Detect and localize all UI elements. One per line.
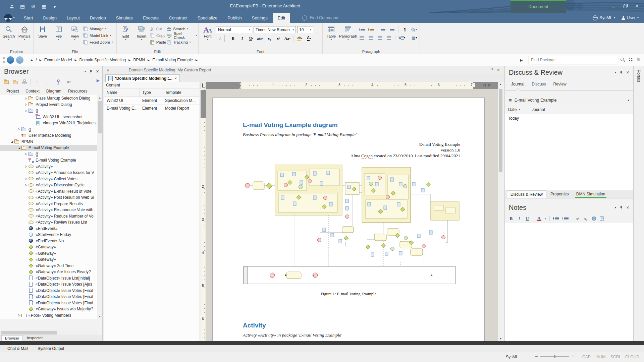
ribbon-tab[interactable]: Simulate [111, 13, 138, 23]
column-date[interactable]: Date▾ [505, 105, 528, 114]
subscript-button[interactable]: x₂ [265, 35, 273, 42]
notes-dropdown-icon[interactable]: ▾ [615, 206, 616, 209]
find-command[interactable]: Find Command... [302, 13, 342, 23]
back-button[interactable]: ← [7, 56, 14, 64]
package-nav-arrow-icon[interactable]: ▶ [520, 58, 523, 62]
tree-item[interactable]: «DataObject» Issue List[Initial] [0, 275, 97, 282]
zoom-in-icon[interactable]: + [572, 354, 574, 359]
increase-indent-button[interactable] [388, 26, 396, 33]
browser-expand-icon[interactable]: ▶ [97, 78, 100, 83]
page-forward-icon[interactable]: ▷ [488, 83, 491, 87]
superscript-button[interactable]: x² [274, 35, 282, 42]
column-name[interactable]: Name [104, 88, 140, 97]
ribbon-small-button[interactable]: Model Link▾ [83, 33, 113, 38]
spell-check-button[interactable]: ABC Spell Check▾ [167, 33, 197, 38]
close-button[interactable]: × [635, 4, 639, 8]
browser-tab[interactable]: Context [22, 87, 42, 95]
tree-item[interactable]: «Gateway» Issues w'o Majority? [0, 306, 97, 312]
tree-item[interactable]: «Gateway» [0, 250, 97, 257]
move-up-icon[interactable]: ↑ [34, 79, 40, 85]
status-perspective[interactable]: SysML [506, 355, 518, 359]
tree-item[interactable]: «Gateway» [0, 256, 97, 263]
discuss-dropdown-icon[interactable]: ▾ [615, 71, 616, 74]
column-template[interactable]: Template [162, 88, 199, 97]
notes-superscript-button[interactable]: x² [576, 217, 580, 221]
discuss-tab[interactable]: Discuss [529, 80, 549, 90]
tree-item[interactable]: «Activity» Re-annouce Vote with [0, 207, 97, 213]
borders-button[interactable]: ▦▾ [410, 35, 418, 41]
tree-item[interactable]: «Activity» Review Issues List [0, 219, 97, 226]
expand-icon[interactable]: ▷ [24, 109, 29, 112]
copy-button[interactable]: Copy [150, 33, 166, 38]
tree-item[interactable]: «Gateway» [0, 244, 97, 250]
tree-item[interactable]: Win32 UI - screenshot [0, 114, 97, 120]
forward-button[interactable]: → [16, 56, 23, 64]
save-button[interactable]: Save [35, 24, 50, 48]
zoom-slider[interactable] [540, 356, 569, 357]
expand-icon[interactable]: ▷ [17, 128, 21, 131]
ribbon-small-button[interactable]: Manage▾ [83, 26, 113, 32]
folder-tool-icon[interactable] [12, 79, 18, 85]
search-button[interactable]: Search▾ [1, 24, 16, 48]
change-case-button[interactable]: Aa▾ [283, 35, 291, 42]
horizontal-ruler[interactable]: 1234567 ◁ ▷ [206, 82, 498, 89]
expand-icon[interactable]: ▷ [24, 97, 29, 100]
breadcrumb-item[interactable]: ▶ E-mail Voting Example [145, 58, 193, 62]
find-package-input[interactable] [529, 56, 617, 64]
symbol-button[interactable]: A [216, 35, 225, 42]
discuss-tab[interactable]: Journal [508, 80, 527, 90]
tree-item[interactable]: User Interface Modeling [0, 132, 97, 139]
new-package-icon[interactable] [3, 79, 9, 85]
locate-icon[interactable] [55, 79, 61, 85]
edit-button[interactable]: Edit▾ [118, 24, 133, 48]
table-button[interactable]: Table▾ [324, 24, 338, 48]
notes-document-button[interactable] [600, 216, 604, 221]
tree-item[interactable]: ▷«Activity» Collect Votes [0, 176, 97, 182]
restore-button[interactable] [623, 4, 628, 8]
expand-icon[interactable]: ▷ [17, 314, 21, 317]
browser-bottom-tab[interactable]: Inspector [23, 335, 46, 341]
underline-button[interactable]: U▾ [247, 35, 255, 42]
tree-item[interactable]: ▷Class Markup Selection Dialog [0, 95, 97, 102]
font-family-select[interactable]: Times New Roman▾ [254, 26, 296, 33]
ribbon-tab[interactable]: Construct [164, 13, 193, 23]
tree-item[interactable]: E-mail Voting Example [0, 157, 97, 164]
tree-item[interactable]: «Image» Win32UI_TagValues.pn [0, 120, 97, 126]
discuss-tab[interactable]: Review [550, 80, 569, 90]
align-left-button[interactable] [358, 35, 366, 41]
ribbon-tab[interactable]: Execute [138, 13, 164, 23]
notes-subscript-button[interactable]: x₂ [584, 217, 588, 221]
user-menu[interactable]: User ▾ [622, 15, 639, 20]
notes-content[interactable] [505, 223, 633, 341]
breadcrumb-item[interactable]: ▶ BPMN [126, 58, 145, 62]
document-mode-button[interactable]: Document [511, 0, 566, 13]
tree-item[interactable]: ◢BPMN [0, 139, 97, 145]
panel-bottom-tab[interactable]: Discuss & Review [507, 190, 546, 198]
breadcrumb-item[interactable]: ▶ Domain Specific Modeling [72, 58, 126, 62]
element-dropdown-icon[interactable]: ▾ [628, 99, 629, 102]
minimize-button[interactable] [611, 4, 616, 8]
tree-item[interactable]: «Activity» Post Result on Web Si [0, 194, 97, 201]
expand-icon[interactable]: ▷ [24, 153, 29, 156]
column-type[interactable]: Type [140, 88, 162, 97]
expand-icon[interactable]: ▷ [24, 103, 29, 106]
bottom-splitter[interactable] [0, 341, 644, 345]
browser-dropdown-icon[interactable]: ▾ [85, 70, 86, 73]
tree-item[interactable]: «DataObject» Issue Votes [Ajus [0, 281, 97, 288]
italic-button[interactable]: I [238, 35, 246, 42]
notes-hyperlink-button[interactable] [592, 216, 596, 221]
tracking-button[interactable]: Tracking▾ [167, 40, 197, 45]
notes-font-color-button[interactable]: A [537, 216, 541, 221]
notes-italic-button[interactable]: I [517, 216, 522, 221]
tree-item[interactable]: ▷Project Event Dialog [0, 102, 97, 108]
tree-item[interactable]: ▷{} [0, 126, 97, 133]
notes-numbered-list-button[interactable] [564, 217, 569, 221]
tree-item[interactable]: ▷«Activity» Discussion Cycle [0, 182, 97, 188]
browser-tree-scrollbar[interactable]: ▲ ▼ [97, 95, 102, 319]
diagram-tool-icon[interactable] [21, 79, 28, 85]
collapse-icon[interactable]: ◢ [10, 140, 14, 143]
font-size-select[interactable]: 10▾ [297, 26, 313, 33]
tree-item[interactable]: «EndEvent» [0, 226, 97, 232]
sphere-quick-icon[interactable]: ⊛ [30, 3, 36, 9]
notes-underline-button[interactable]: U [525, 216, 530, 221]
